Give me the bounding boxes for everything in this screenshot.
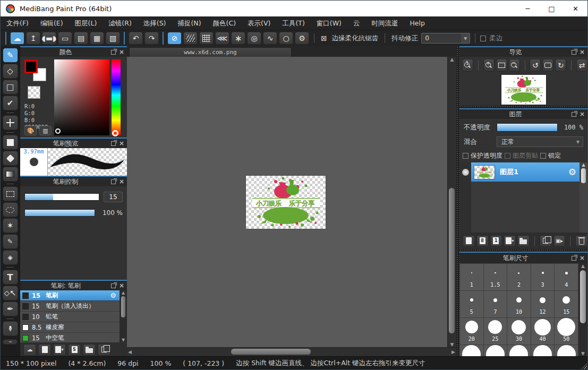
menu-item-8[interactable]: 工具(T) [276, 16, 310, 30]
select-pen-tool[interactable]: ✎ [3, 234, 18, 249]
parallel-snap-button[interactable] [183, 32, 198, 45]
merge-layer-button[interactable]: ▣▸ [553, 235, 566, 247]
brush-size-cell[interactable]: 7 [484, 291, 507, 317]
layer-visibility-toggle[interactable] [462, 169, 469, 176]
brush-size-cell[interactable]: 50 [555, 318, 578, 345]
comment-button[interactable]: ◖▬◗ [42, 32, 56, 45]
close-icon[interactable]: × [580, 110, 585, 118]
brush-size-cell[interactable]: 20 [460, 318, 483, 345]
layer-opacity-slider[interactable] [497, 123, 558, 132]
brush-size-cell[interactable] [531, 345, 555, 356]
snap-settings-button[interactable]: ⚙ [295, 32, 309, 45]
clipping-checkbox[interactable] [505, 153, 510, 159]
brush-size-cell[interactable]: 3 [531, 264, 555, 290]
layer-list-scrollbar[interactable]: ▲ [580, 162, 587, 233]
popout-icon[interactable] [572, 256, 576, 261]
brush-size-cell[interactable]: 25 [484, 318, 507, 345]
rotate-ccw-button[interactable]: ↺ [530, 59, 541, 72]
brush-list-item[interactable]: 15中空笔 [20, 333, 120, 342]
soft-edge-checkbox[interactable] [480, 36, 486, 41]
redo-button[interactable]: ↷ [144, 32, 159, 45]
fill-tool[interactable] [3, 135, 18, 150]
clipping-option[interactable]: 图层剪贴 [505, 151, 538, 160]
tool-column-collapse-handle[interactable] [3, 339, 18, 345]
brush-size-cell[interactable]: 10 [507, 291, 531, 317]
brush-size-cell[interactable]: 4 [555, 264, 578, 290]
scroll-up-icon[interactable]: ▲ [122, 290, 125, 295]
lasso-tool[interactable] [3, 202, 18, 217]
scroll-up-icon[interactable]: ▲ [582, 162, 585, 167]
add-brush-menu-button[interactable]: ▾ [53, 344, 66, 356]
brush-size-cell[interactable]: 1 [460, 264, 483, 290]
close-icon[interactable]: × [119, 178, 124, 185]
lock-checkbox[interactable] [540, 153, 546, 159]
popout-icon[interactable] [572, 112, 576, 117]
scroll-thumb[interactable] [231, 349, 311, 355]
scroll-thumb[interactable] [121, 296, 125, 317]
blend-mode-dropdown[interactable]: 正常 ▾ [497, 136, 583, 147]
transparent-color-swatch[interactable] [28, 86, 40, 99]
brush-size-slider[interactable] [24, 193, 99, 201]
brush-size-cell[interactable]: 12 [531, 291, 555, 317]
close-icon[interactable]: × [119, 282, 124, 289]
scroll-down-icon[interactable]: ▼ [450, 342, 454, 347]
dot-tool[interactable]: □ [3, 80, 18, 94]
scroll-up-icon[interactable]: ▲ [581, 263, 585, 269]
layer-row[interactable]: 图层1 ⚙ [471, 162, 580, 182]
brush-size-cell[interactable]: 30 [507, 318, 531, 345]
menu-item-2[interactable]: 图层(L) [69, 16, 103, 30]
brush-list-scrollbar[interactable]: ▲ ▼ [120, 290, 127, 342]
minimize-button[interactable]: ─ [516, 1, 540, 16]
menu-item-12[interactable]: Help [404, 16, 431, 30]
protect-alpha-checkbox[interactable] [463, 153, 468, 159]
close-icon[interactable]: × [119, 48, 124, 56]
scroll-left-icon[interactable]: ◀ [128, 349, 132, 355]
eyedropper-tool[interactable]: ✒ [3, 321, 18, 336]
color-set-button[interactable]: ▥ [39, 126, 52, 135]
close-icon[interactable]: × [580, 254, 585, 262]
brush-size-cell[interactable]: 5 [460, 291, 483, 317]
brush-size-cell[interactable]: 15 [555, 291, 578, 317]
object-tool[interactable]: ⬦↖ [3, 286, 18, 300]
scroll-down-icon[interactable]: ▼ [122, 338, 125, 342]
close-icon[interactable]: × [119, 140, 124, 147]
move-tool[interactable] [3, 115, 18, 130]
popout-icon[interactable] [572, 50, 576, 55]
brush-opacity-slider[interactable] [24, 209, 95, 217]
script-brush-button[interactable]: S [68, 344, 81, 356]
menu-item-7[interactable]: 表示(V) [242, 16, 276, 30]
brush-size-scrollbar[interactable]: ▲ ▼ [578, 263, 587, 356]
brush-list-item[interactable]: 15笔刷（淡入淡出） [20, 301, 120, 312]
control-point-tool[interactable]: ✔ [3, 96, 18, 110]
artwork-canvas[interactable] [246, 176, 326, 229]
menu-item-11[interactable]: 时间流逝 [365, 16, 404, 30]
menu-item-4[interactable]: 选择(S) [138, 16, 172, 30]
cloud-button[interactable]: ☁ [10, 32, 24, 45]
brush-size-cell[interactable] [484, 345, 507, 356]
brush-tool[interactable]: ✎ [3, 48, 18, 63]
canvas-viewport[interactable] [127, 57, 447, 347]
workspace-edit-button[interactable]: ▧ [106, 32, 120, 45]
canvas-tab[interactable]: www.x6d.com.png [129, 47, 292, 57]
select-eraser-tool[interactable]: ◈ [3, 250, 18, 265]
close-icon[interactable]: × [580, 48, 585, 56]
layer-name[interactable]: 图层1 [500, 167, 568, 177]
popout-icon[interactable] [111, 50, 116, 55]
layer-folder-button[interactable] [517, 235, 530, 247]
brush-list-item[interactable]: 15笔刷⚙ [20, 290, 120, 301]
undo-button[interactable]: ↶ [129, 32, 143, 45]
navigator-thumbnail[interactable] [501, 75, 546, 105]
brush-list-item[interactable]: 10铅笔 [20, 312, 120, 322]
flip-horizontal-button[interactable]: ⇄ [576, 59, 587, 72]
delete-layer-button[interactable] [575, 235, 587, 247]
material-panel-button[interactable]: ▦ [90, 32, 104, 45]
brush-folder-button[interactable] [83, 344, 96, 356]
add-1bit-layer-button[interactable]: 1 [490, 235, 502, 247]
add-layer-menu-button[interactable]: ▾ [504, 235, 516, 247]
rotate-cw-button[interactable]: ↻ [555, 59, 566, 72]
ellipse-snap-button[interactable]: ○ [279, 32, 293, 45]
menu-item-10[interactable]: 云 [347, 16, 366, 30]
scroll-thumb[interactable] [581, 168, 586, 183]
add-cloud-brush-button[interactable]: ☁ [23, 344, 36, 356]
foreground-color-swatch[interactable] [24, 60, 38, 73]
